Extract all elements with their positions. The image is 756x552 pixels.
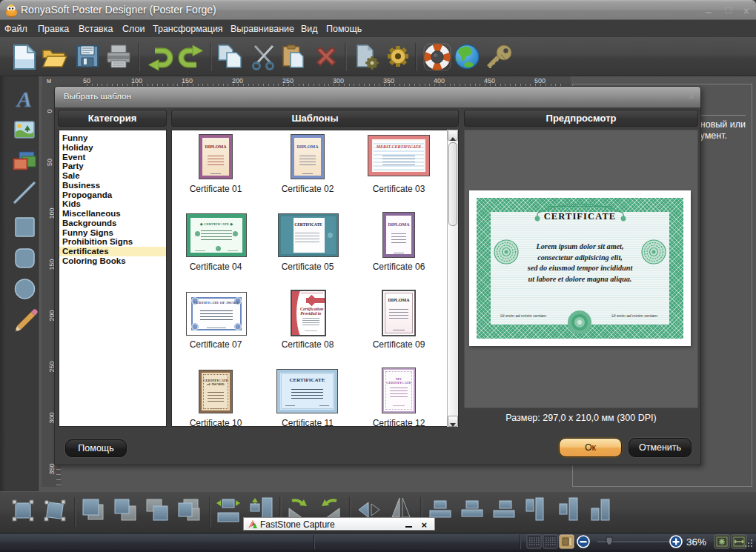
svg-text:36%: 36% xyxy=(686,536,706,548)
svg-text:A: A xyxy=(16,87,32,111)
